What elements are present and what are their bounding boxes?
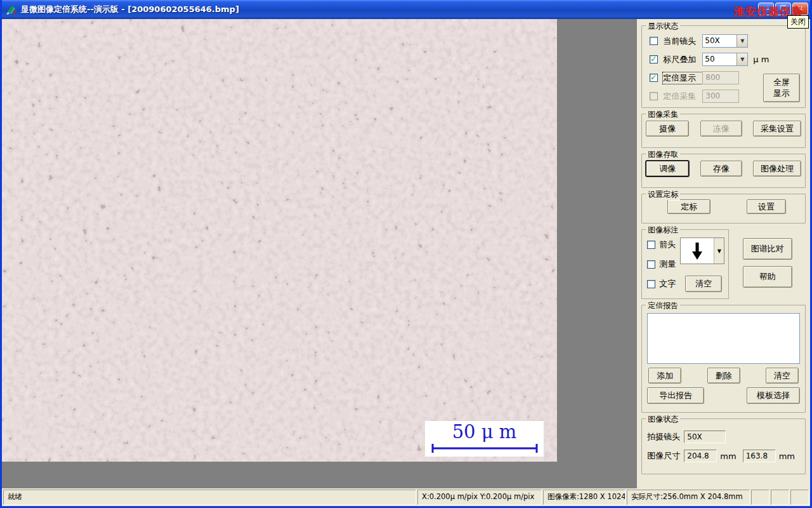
scale-overlay-label: 标尺叠加 [663,54,702,65]
fixed-capture-input: 300 [702,90,739,103]
display-status-legend: 显示状态 [646,21,680,32]
micrograph-image[interactable]: 50 μ m [2,19,557,462]
capture-button[interactable]: 摄像 [646,121,689,137]
micrograph-texture [2,19,557,462]
scale-overlay-value: 50 [703,53,737,65]
arrow-checkbox[interactable] [647,241,655,249]
storage-group: 图像存取 调像 存像 图像处理 [641,154,806,188]
chevron-down-icon[interactable]: ▼ [737,53,747,65]
text-checkbox[interactable] [647,280,655,288]
status-ready: 就绪 [3,490,416,505]
capture-settings-button[interactable]: 采集设置 [753,121,801,137]
annotation-group: 图像标注 箭头 测量 文字 [641,229,729,299]
report-add-button[interactable]: 添加 [648,368,681,384]
report-clear-button[interactable]: 清空 [766,368,799,384]
report-legend: 定倍报告 [646,300,680,311]
chevron-down-icon[interactable]: ▼ [714,238,724,264]
measure-checkbox[interactable] [647,260,655,269]
image-width-value: 204.8 [684,450,717,462]
app-window: 显微图像定倍系统--演示版 - [20090602055646.bmp] — ❐… [0,0,812,508]
image-height-unit: mm [779,451,795,461]
image-processing-button[interactable]: 图像处理 [753,161,801,177]
window-title: 显微图像定倍系统--演示版 - [20090602055646.bmp] [21,4,239,15]
control-panel: 显示状态 当前镜头 50X ▼ 标尺叠加 50 ▼ μ m [637,19,810,488]
freeze-button: 冻像 [700,121,742,137]
scale-bar-line [430,443,539,453]
arrow-style-combo[interactable]: ▼ [680,237,724,264]
scale-overlay-combo[interactable]: 50 ▼ [702,53,748,66]
save-image-button[interactable]: 存像 [700,161,742,177]
help-button[interactable]: 帮助 [743,266,792,288]
arrow-checkbox-label: 箭头 [659,239,676,250]
capture-group: 图像采集 摄像 冻像 采集设置 [641,114,806,148]
status-empty-pane [790,490,809,505]
scale-bar-overlay: 50 μ m [425,421,544,457]
image-status-legend: 图像状态 [646,414,680,425]
status-empty-pane [751,490,769,505]
fixed-display-label: 定倍显示 [663,72,702,84]
calibration-legend: 设置定标 [646,189,680,200]
title-bar[interactable]: 显微图像定倍系统--演示版 - [20090602055646.bmp] — ❐… [2,0,810,19]
load-image-button[interactable]: 调像 [646,161,689,177]
current-lens-combo[interactable]: 50X ▼ [702,34,748,48]
fullscreen-button[interactable]: 全屏 显示 [763,74,800,102]
report-delete-button[interactable]: 删除 [707,368,740,384]
current-lens-label: 当前镜头 [663,36,702,47]
workspace: 50 μ m [2,19,637,488]
current-lens-checkbox[interactable] [650,37,658,45]
measure-checkbox-label: 测量 [659,258,676,270]
image-height-value: 163.8 [743,450,776,462]
text-checkbox-label: 文字 [659,278,676,290]
status-image-pixels: 图像像素:1280 X 1024 [543,490,625,505]
shooting-lens-value: 50X [684,431,726,443]
status-pixel-scale: X:0.200μ m/pix Y:0.200μ m/pix [417,490,542,505]
shooting-lens-label: 拍摄镜头 [647,431,680,443]
template-select-button[interactable]: 模板选择 [747,387,800,404]
scale-unit-label: μ m [753,55,769,64]
display-status-group: 显示状态 当前镜头 50X ▼ 标尺叠加 50 ▼ μ m [641,25,806,108]
app-icon [6,4,17,15]
calibrate-button[interactable]: 定标 [667,199,710,214]
scale-bar-label: 50 μ m [452,421,517,443]
fixed-capture-checkbox [650,92,658,100]
annotation-legend: 图像标注 [646,225,680,236]
calibration-group: 设置定标 定标 设置 [641,194,806,224]
down-arrow-icon [681,238,714,264]
fixed-display-checkbox[interactable] [650,74,658,82]
status-empty-pane [771,490,789,505]
storage-legend: 图像存取 [646,149,680,160]
scale-overlay-checkbox[interactable] [650,55,658,64]
clear-annotations-button[interactable]: 清空 [685,276,722,292]
chevron-down-icon[interactable]: ▼ [737,35,747,47]
export-report-button[interactable]: 导出报告 [647,387,704,404]
atlas-compare-button[interactable]: 图谱比对 [743,238,792,260]
fixed-display-input: 800 [702,71,739,84]
image-width-unit: mm [720,451,736,461]
status-bar: 就绪 X:0.200μ m/pix Y:0.200μ m/pix 图像像素:12… [2,488,810,506]
report-group: 定倍报告 添加 删除 清空 导出报告 模板选择 [641,305,806,413]
current-lens-value: 50X [703,35,737,47]
capture-legend: 图像采集 [646,109,680,120]
settings-button[interactable]: 设置 [747,199,786,214]
fixed-capture-label: 定倍采集 [663,91,702,102]
image-status-group: 图像状态 拍摄镜头 50X 图像尺寸 204.8 mm 163.8 mm [641,418,806,474]
report-listbox[interactable] [647,313,800,364]
image-size-label: 图像尺寸 [647,450,680,462]
close-tooltip: 关闭 [787,15,809,29]
status-actual-size: 实际尺寸:256.0mm X 204.8mm [627,490,750,505]
